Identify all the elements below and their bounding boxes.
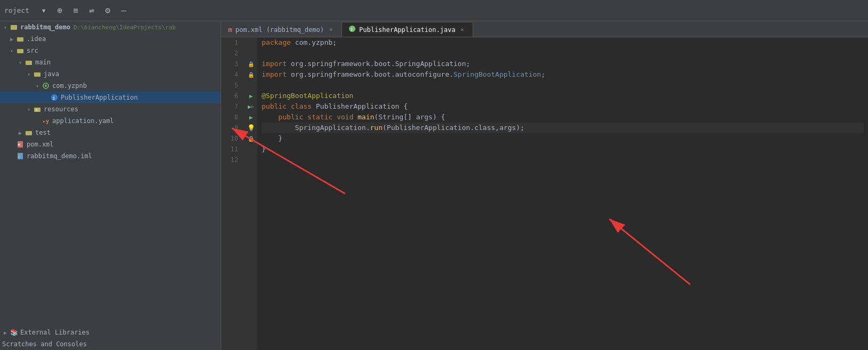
code-line[interactable]: import org.springframework.boot.autoconf… [262, 69, 864, 80]
scratches-and-consoles[interactable]: Scratches and Consoles [0, 338, 221, 350]
code-line[interactable]: SpringApplication.run(PublisherApplicati… [262, 123, 864, 133]
svg-text:i: i [18, 154, 20, 158]
tree-item-PublisherApplication[interactable]: JPublisherApplication [0, 92, 221, 103]
code-line[interactable]: package com.yzpnb; [262, 37, 864, 48]
tree-expand-icon: ▾ [26, 71, 32, 77]
tree-file-icon: i [16, 152, 25, 160]
code-line[interactable] [262, 80, 864, 91]
line-number: 9 [225, 123, 238, 133]
run-icon[interactable]: ▶ [249, 114, 253, 121]
line-number: 3 [225, 59, 238, 69]
tab-icon: J [348, 25, 356, 34]
code-line[interactable]: public static void main(String[] args) { [262, 112, 864, 123]
align-icon[interactable]: ≡ [70, 5, 82, 17]
tree-file-icon: ▸y [42, 117, 50, 125]
tree-file-icon [16, 35, 25, 43]
add-icon[interactable]: ⊕ [54, 5, 66, 17]
sidebar: ▾rabbitmq_demoD:\biancheng\IdeaProjects\… [0, 21, 221, 350]
tree-item-label: rabbitmq_demo [20, 23, 70, 31]
tree-item-label: test [35, 129, 51, 136]
tab-icon: m [228, 26, 232, 34]
run-debug-icon[interactable]: ▶ [248, 103, 252, 110]
run-icon[interactable]: ▶ [249, 93, 253, 100]
svg-rect-7 [26, 61, 28, 62]
code-token [262, 112, 278, 123]
gutter-cell: ▶ [245, 112, 257, 123]
tree-file-icon: R [33, 105, 42, 113]
tree-expand-icon: ▾ [2, 24, 9, 30]
tab-label: pom.xml (rabbitmq_demo) [236, 26, 324, 34]
code-token: import [262, 59, 291, 69]
code-token: ; [332, 37, 337, 48]
line-number: 12 [225, 154, 238, 165]
code-token: static [307, 112, 337, 123]
tree-expand-icon [34, 118, 40, 124]
svg-text:R: R [36, 108, 38, 112]
code-line[interactable]: import org.springframework.boot.SpringAp… [262, 59, 864, 69]
gutter-cell: 🔒 [245, 133, 257, 144]
sync-icon[interactable]: ⇌ [86, 5, 98, 17]
tree-file-icon [33, 70, 42, 78]
code-line[interactable]: } [262, 144, 864, 154]
tab-close-button[interactable]: × [459, 26, 466, 34]
code-token: com.yzpnb [295, 37, 332, 48]
code-token: SpringApplication. [262, 123, 370, 133]
bulb-icon[interactable]: 💡 [247, 124, 255, 132]
tree-item-label: com.yzpnb [52, 82, 87, 89]
tree-item-com.yzpnb[interactable]: ▾com.yzpnb [0, 80, 221, 92]
tree-expand-icon [43, 94, 49, 101]
expand-arrow: ▶ [2, 329, 9, 336]
tree-item-label: resources [44, 105, 78, 113]
tree-item-rabbitmq_demo.iml[interactable]: irabbitmq_demo.iml [0, 150, 221, 162]
tree-item-idea[interactable]: ▶.idea [0, 33, 221, 45]
code-token: PublisherApplication [316, 101, 403, 112]
svg-rect-17 [26, 131, 28, 132]
line-number: 10 [225, 133, 238, 144]
svg-rect-5 [17, 49, 20, 50]
tree-expand-icon: ▶ [9, 36, 15, 42]
gutter-cell [245, 48, 257, 59]
tree-expand-icon [9, 153, 15, 159]
tree-file-icon [42, 82, 50, 90]
minimize-icon[interactable]: — [118, 5, 129, 17]
code-token: class [291, 101, 316, 112]
code-line[interactable]: public class PublisherApplication { [262, 101, 864, 112]
tree-expand-icon: ▾ [9, 47, 15, 54]
tree-item-src[interactable]: ▾src [0, 45, 221, 56]
code-line[interactable] [262, 154, 864, 165]
tree-item-test[interactable]: ▶test [0, 127, 221, 139]
tree-item-java[interactable]: ▾java [0, 68, 221, 80]
line-number: 6 [225, 91, 238, 101]
dropdown-icon[interactable]: ▾ [38, 5, 50, 17]
gutter-cell: 🔒 [245, 69, 257, 80]
tree-file-icon [25, 128, 33, 137]
external-libraries[interactable]: ▶ 📚 External Libraries [0, 327, 221, 338]
code-token: @SpringBootApplication [262, 91, 353, 101]
line-number: 5 [225, 80, 238, 91]
debug-icon[interactable]: ▷ [252, 104, 254, 109]
tab-close-button[interactable]: × [327, 26, 335, 34]
svg-rect-3 [17, 37, 20, 38]
code-line[interactable] [262, 48, 864, 59]
code-token: (PublisherApplication.class,args); [383, 123, 524, 133]
tree-expand-icon: ▾ [17, 59, 23, 66]
code-token: import [262, 69, 291, 80]
code-line[interactable]: @SpringBootApplication [262, 91, 864, 101]
tab-label: PublisherApplication.java [359, 26, 456, 34]
code-token: (String[] args) { [374, 112, 445, 123]
settings-icon[interactable]: ⚙ [102, 5, 113, 17]
tab-publisher[interactable]: JPublisherApplication.java× [342, 22, 473, 37]
code-editor[interactable]: 123456789101112 🔒🔒▶▶▷▶💡🔒 package com.yzp… [221, 37, 868, 350]
code-line[interactable]: } [262, 133, 864, 144]
tree-item-application.yaml[interactable]: ▸yapplication.yaml [0, 115, 221, 127]
tree-expand-icon [9, 141, 15, 148]
tree-item-resources[interactable]: ▾Rresources [0, 103, 221, 115]
tree-item-label: main [35, 59, 51, 66]
tree-item-pom.xml[interactable]: Mpom.xml [0, 139, 221, 150]
tab-pom[interactable]: mpom.xml (rabbitmq_demo)× [221, 22, 342, 37]
line-numbers: 123456789101112 [221, 37, 245, 350]
code-token: ; [541, 69, 545, 80]
tree-item-rabbitmq_demo[interactable]: ▾rabbitmq_demoD:\biancheng\IdeaProjects\… [0, 21, 221, 33]
code-content[interactable]: package com.yzpnb; import org.springfram… [257, 37, 868, 350]
tree-item-main[interactable]: ▾main [0, 56, 221, 68]
